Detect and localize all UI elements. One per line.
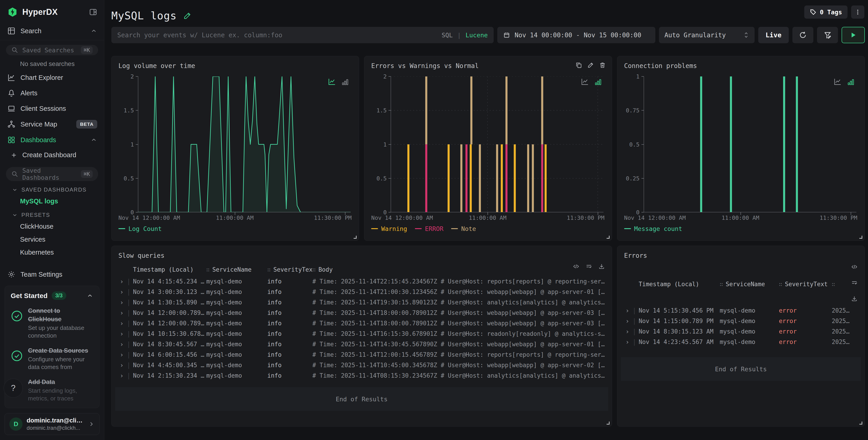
expand-chevron[interactable]: ›| <box>624 328 639 335</box>
sidebar-item-client-sessions[interactable]: Client Sessions <box>0 101 104 116</box>
saved-searches-input[interactable]: Saved Searches ⌘K <box>6 45 98 55</box>
resize-handle[interactable] <box>607 236 610 239</box>
download-icon[interactable] <box>851 295 858 302</box>
expand-chevron[interactable]: ›| <box>118 309 133 317</box>
expand-chevron[interactable]: ›| <box>118 288 133 296</box>
filter-button[interactable] <box>817 27 838 43</box>
wrap-lines-icon[interactable] <box>585 263 592 270</box>
granularity-select[interactable]: Auto Granularity <box>659 27 754 43</box>
expand-chevron[interactable]: ›| <box>118 278 133 285</box>
saved-dashboards-section-header[interactable]: SAVED DASHBOARDS <box>0 182 104 195</box>
sidebar-item-dashboards[interactable]: Dashboards <box>0 132 104 148</box>
log-row[interactable]: ›|Nov 14 10:15:30.678 AMmysql-demoinfo# … <box>118 329 605 339</box>
chevron-up-icon[interactable] <box>90 136 97 143</box>
wrap-lines-icon[interactable] <box>851 279 858 286</box>
duplicate-icon[interactable] <box>576 62 582 68</box>
column-header[interactable]: ∷Body <box>312 266 605 273</box>
sidebar-item-alerts[interactable]: Alerts <box>0 85 104 101</box>
column-header[interactable]: Timestamp (Local) <box>639 281 720 287</box>
lucene-toggle[interactable]: Lucene <box>465 32 488 39</box>
user-menu[interactable]: D dominic.tran@clic... dominic.tran@clic… <box>5 413 99 435</box>
download-icon[interactable] <box>598 263 605 270</box>
sidebar-item-service-map[interactable]: Service Map BETA <box>0 116 104 132</box>
presets-section-header[interactable]: PRESETS <box>0 208 104 220</box>
column-header[interactable]: ∷ServiceName <box>206 266 267 273</box>
expand-chevron[interactable]: ›| <box>624 307 639 314</box>
expand-chevron[interactable]: ›| <box>118 372 133 379</box>
bar-chart-toggle-icon[interactable] <box>594 78 602 86</box>
expand-chevron[interactable]: ›| <box>624 317 639 325</box>
column-header[interactable]: ∷SeverityText <box>267 266 312 273</box>
run-query-button[interactable] <box>842 27 865 43</box>
sidebar-item-mysql-logs[interactable]: MySQL logs <box>0 195 104 208</box>
sidebar-collapse-icon[interactable] <box>89 8 97 16</box>
tags-button[interactable]: 0 Tags <box>804 5 847 19</box>
live-button[interactable]: Live <box>758 27 789 43</box>
resize-handle[interactable] <box>859 421 862 425</box>
task-connect-clickhouse[interactable]: Connect to ClickHouse Set up your databa… <box>11 307 93 339</box>
refresh-button[interactable] <box>793 27 813 43</box>
expand-chevron[interactable]: ›| <box>118 351 133 359</box>
log-row[interactable]: ›|Nov 14 6:00:15.456 AMmysql-demoinfo# T… <box>118 349 605 360</box>
sql-toggle[interactable]: SQL <box>441 32 453 39</box>
log-row[interactable]: ›|Nov 14 2:15:30.234 AMmysql-demoinfo# T… <box>118 370 605 381</box>
help-button[interactable]: ? <box>4 379 23 398</box>
error-row[interactable]: ›|Nov 14 1:15:00.789 PMmysql-demoerror20… <box>624 316 858 326</box>
saved-dashboards-input[interactable]: Saved Dashboards ⌘K <box>6 167 98 181</box>
chevron-up-icon[interactable] <box>90 28 97 34</box>
task-create-data-sources[interactable]: Create Data Sources Configure where your… <box>11 346 93 371</box>
edit-chart-icon[interactable] <box>587 62 594 68</box>
expand-chevron[interactable]: ›| <box>118 330 133 338</box>
expand-chevron[interactable]: ›| <box>118 341 133 348</box>
error-row[interactable]: ›|Nov 14 8:30:15.123 AMmysql-demoerror20… <box>624 326 858 337</box>
expand-chevron[interactable]: ›| <box>118 362 133 369</box>
more-options-button[interactable] <box>851 5 864 19</box>
chevron-up-icon[interactable] <box>87 292 93 299</box>
delete-chart-icon[interactable] <box>599 62 606 68</box>
chart-plot-area[interactable]: 00.250.50.751 <box>644 76 857 212</box>
legend-item[interactable]: Message count <box>624 225 682 232</box>
sidebar-item-services[interactable]: Services <box>0 233 104 246</box>
column-header[interactable]: ∷ServiceName <box>720 281 779 287</box>
legend-item[interactable]: Warning <box>371 225 407 232</box>
resize-handle[interactable] <box>859 236 862 239</box>
expand-chevron[interactable]: ›| <box>118 299 133 306</box>
resize-handle[interactable] <box>353 236 356 239</box>
chart-plot-area[interactable]: 00.511.52 <box>391 76 603 212</box>
bar-chart-toggle-icon[interactable] <box>341 78 349 86</box>
sidebar-item-chart-explorer[interactable]: Chart Explorer <box>0 70 104 85</box>
edit-title-icon[interactable] <box>183 11 192 20</box>
legend-item[interactable]: ERROR <box>415 225 443 232</box>
bar-chart-toggle-icon[interactable] <box>847 78 855 86</box>
column-header[interactable]: Timestamp (Local) <box>133 266 206 273</box>
code-view-icon[interactable] <box>573 263 580 270</box>
legend-item[interactable]: Log Count <box>118 225 162 232</box>
column-header[interactable]: ∷SeverityText <box>779 281 832 287</box>
sidebar-item-kubernetes[interactable]: Kubernetes <box>0 246 104 259</box>
expand-chevron[interactable]: ›| <box>624 338 639 346</box>
line-chart-toggle-icon[interactable] <box>581 77 589 86</box>
line-chart-toggle-icon[interactable] <box>833 77 842 86</box>
log-row[interactable]: ›|Nov 14 1:30:15.890 PMmysql-demoinfo# T… <box>118 297 605 308</box>
task-add-data[interactable]: Add Data Start sending logs, metrics, or… <box>11 378 93 402</box>
sidebar-item-search[interactable]: Search <box>0 23 104 39</box>
line-chart-toggle-icon[interactable] <box>328 77 336 86</box>
log-row[interactable]: ›|Nov 14 3:00:30.123 PMmysql-demoinfo# T… <box>118 287 605 297</box>
error-row[interactable]: ›|Nov 14 4:23:45.567 AMmysql-demoerror20… <box>624 337 858 347</box>
expand-chevron[interactable]: ›| <box>118 320 133 327</box>
sidebar-item-clickhouse[interactable]: ClickHouse <box>0 220 104 233</box>
log-row[interactable]: ›|Nov 14 4:15:45.234 PMmysql-demoinfo# T… <box>118 276 605 287</box>
sidebar-item-team-settings[interactable]: Team Settings <box>0 267 104 282</box>
log-row[interactable]: ›|Nov 14 12:00:00.789 PMmysql-demoinfo# … <box>118 308 605 318</box>
create-dashboard-button[interactable]: Create Dashboard <box>0 148 104 163</box>
event-search-input[interactable]: Search your events w/ Lucene ex. column:… <box>111 27 494 43</box>
legend-item[interactable]: Note <box>451 225 476 232</box>
error-row[interactable]: ›|Nov 14 5:15:30.456 PMmysql-demoerror20… <box>624 305 858 316</box>
chart-plot-area[interactable]: 00.511.52 <box>138 76 351 212</box>
log-row[interactable]: ›|Nov 14 8:30:45.567 AMmysql-demoinfo# T… <box>118 339 605 349</box>
log-row[interactable]: ›|Nov 14 4:45:00.345 AMmysql-demoinfo# T… <box>118 360 605 370</box>
date-range-picker[interactable]: Nov 14 00:00:00 - Nov 15 00:00:00 <box>497 27 655 43</box>
code-view-icon[interactable] <box>851 264 858 270</box>
log-row[interactable]: ›|Nov 14 12:00:00.789 PMmysql-demoinfo# … <box>118 318 605 329</box>
resize-handle[interactable] <box>607 421 610 425</box>
